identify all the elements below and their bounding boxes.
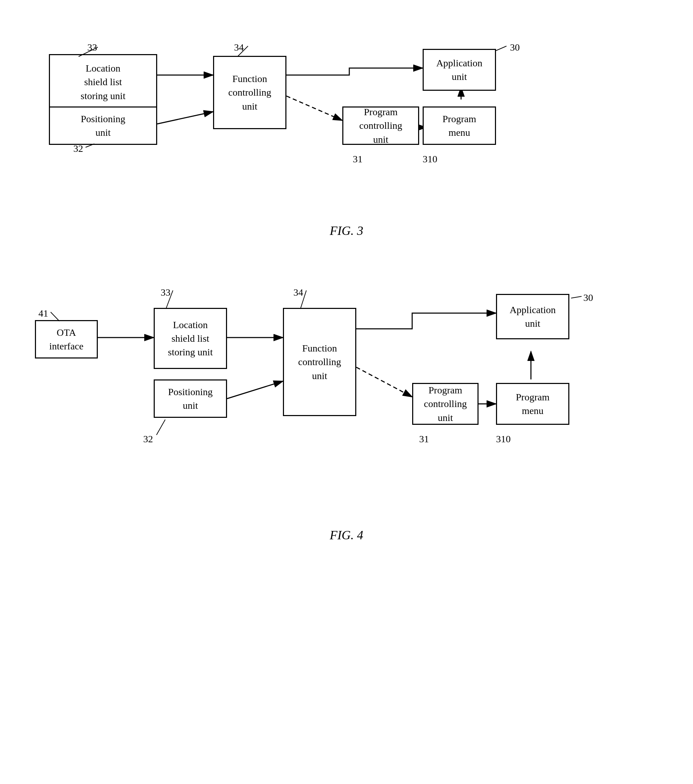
- svg-line-10: [496, 46, 507, 51]
- svg-line-9: [86, 144, 94, 147]
- svg-line-22: [157, 420, 165, 435]
- fig4-ref-lines: [28, 273, 665, 517]
- fig3-ref-lines: [28, 35, 665, 216]
- fig3-label: FIG. 3: [28, 223, 665, 238]
- svg-line-20: [166, 290, 173, 309]
- page: 33 34 32 30 31 310 Locationshield listst…: [0, 0, 693, 784]
- svg-line-7: [79, 47, 98, 56]
- svg-line-21: [300, 290, 306, 309]
- fig3-diagram: 33 34 32 30 31 310 Locationshield listst…: [28, 35, 665, 216]
- svg-line-8: [238, 46, 248, 56]
- fig4-label: FIG. 4: [28, 528, 665, 542]
- fig4-diagram: 41 33 34 32 31 310 30 OTAinterface Locat…: [28, 273, 665, 517]
- svg-line-19: [51, 312, 59, 321]
- svg-line-23: [571, 296, 582, 298]
